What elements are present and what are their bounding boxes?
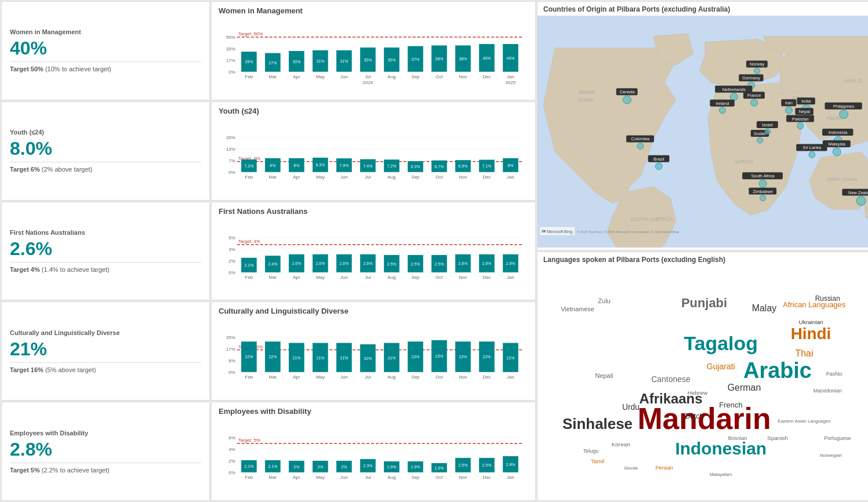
- svg-text:Jul: Jul: [365, 374, 371, 380]
- svg-text:13%: 13%: [226, 147, 235, 152]
- svg-text:Oct: Oct: [435, 74, 443, 79]
- svg-text:France: France: [747, 93, 761, 98]
- svg-text:Oct: Oct: [435, 475, 443, 480]
- word-cloud-word: Zulu: [598, 297, 610, 304]
- svg-point-244: [754, 68, 760, 74]
- svg-text:AFRICA: AFRICA: [733, 159, 753, 165]
- kpi-value-culturally-diverse: 21%: [10, 339, 201, 360]
- svg-text:23%: 23%: [435, 355, 444, 359]
- word-cloud-svg: MandarinArabicTagalogHindiIndonesianSinh…: [537, 266, 868, 498]
- svg-text:Target: 5%: Target: 5%: [238, 438, 260, 443]
- word-cloud-word: Eastern Asian Languages: [778, 419, 831, 424]
- svg-text:7.2%: 7.2%: [387, 164, 397, 168]
- svg-text:2.5%: 2.5%: [411, 261, 420, 265]
- kpi-title-women-mgmt: Women in Management: [10, 28, 201, 35]
- svg-text:25%: 25%: [226, 335, 235, 340]
- word-cloud-content: MandarinArabicTagalogHindiIndonesianSinh…: [537, 266, 868, 498]
- word-cloud-word: Spanish: [767, 435, 788, 441]
- kpi-target-culturally-diverse: Target 16% (5% above target): [10, 362, 201, 373]
- mid-panel: Women in Management 0%17%33%50%Target: 5…: [211, 1, 536, 501]
- svg-text:Mar: Mar: [269, 475, 277, 480]
- kpi-card-culturally-diverse: Culturally and Linguistically Diverse 21…: [1, 301, 210, 401]
- svg-text:37%: 37%: [412, 57, 420, 61]
- chart-card-disability-chart: Employees with Disability 0%2%4%6%Target…: [211, 402, 536, 501]
- svg-text:Jul: Jul: [365, 74, 371, 79]
- svg-point-271: [637, 143, 644, 149]
- word-cloud-word: Tamil: [591, 458, 604, 464]
- svg-text:Jul: Jul: [365, 475, 371, 480]
- word-cloud-word: German: [728, 383, 761, 392]
- svg-text:0%: 0%: [228, 370, 235, 375]
- svg-text:2.4%: 2.4%: [268, 262, 277, 266]
- left-panel: Women in Management 40% Target 50% (10% …: [1, 1, 210, 501]
- svg-text:Colombia: Colombia: [631, 136, 650, 141]
- svg-point-274: [655, 163, 662, 170]
- svg-text:Dec: Dec: [482, 174, 491, 180]
- svg-text:2024: 2024: [363, 80, 373, 85]
- svg-text:0%: 0%: [228, 170, 235, 175]
- svg-text:Jan: Jan: [507, 374, 514, 380]
- map-container: Atlantic Ocean SOUTH AMERICA AFRICA ASIA…: [537, 16, 868, 248]
- svg-text:29%: 29%: [245, 60, 253, 64]
- svg-text:🗺 Microsoft Bing: 🗺 Microsoft Bing: [542, 230, 572, 234]
- svg-text:Sep: Sep: [411, 274, 420, 279]
- kpi-card-women-mgmt: Women in Management 40% Target 50% (10% …: [1, 1, 210, 100]
- svg-text:6.3%: 6.3%: [411, 165, 420, 169]
- word-cloud-word: Mandarin: [637, 402, 771, 435]
- svg-text:7.4%: 7.4%: [364, 164, 373, 168]
- svg-text:2%: 2%: [228, 258, 235, 263]
- svg-text:2%: 2%: [228, 459, 235, 464]
- svg-text:Apr: Apr: [293, 274, 300, 279]
- svg-text:20%: 20%: [364, 357, 372, 361]
- svg-text:Mar: Mar: [269, 374, 277, 380]
- svg-text:Oct: Oct: [435, 274, 443, 279]
- svg-text:50%: 50%: [226, 35, 235, 40]
- svg-text:22%: 22%: [412, 355, 420, 359]
- word-cloud-word: Dutch: [685, 412, 703, 420]
- right-panel: Countries of Origin at Pilbara Ports (ex…: [537, 1, 868, 501]
- word-cloud-word: Persian: [655, 465, 673, 471]
- svg-point-253: [751, 99, 758, 106]
- svg-text:Dec: Dec: [482, 475, 491, 480]
- svg-text:6.9%: 6.9%: [459, 164, 468, 168]
- map-svg: Atlantic Ocean SOUTH AMERICA AFRICA ASIA…: [537, 16, 868, 248]
- svg-text:Aug: Aug: [387, 174, 395, 180]
- word-cloud-word: French: [719, 401, 742, 409]
- svg-text:Oct: Oct: [435, 174, 443, 180]
- svg-text:Arctic C.: Arctic C.: [843, 78, 863, 83]
- word-cloud-word: Portuguese: [825, 435, 851, 441]
- kpi-value-women-mgmt: 40%: [10, 38, 201, 59]
- svg-text:21%: 21%: [316, 356, 324, 360]
- svg-text:35%: 35%: [387, 58, 395, 62]
- svg-text:6%: 6%: [228, 435, 235, 441]
- svg-text:Jan: Jan: [507, 475, 514, 480]
- kpi-target-disability: Target 5% (2.2% to achieve target): [10, 463, 201, 474]
- svg-text:South Africa: South Africa: [751, 173, 775, 179]
- svg-text:Mar: Mar: [269, 274, 277, 279]
- word-cloud-card: Languages spoken at Pilbara Ports (exclu…: [537, 252, 868, 501]
- svg-text:Nov: Nov: [459, 174, 467, 180]
- svg-text:0%: 0%: [228, 270, 235, 275]
- kpi-value-first-nations: 2.6%: [10, 238, 201, 260]
- kpi-title-youth: Youth (≤24): [10, 129, 201, 136]
- word-cloud-word: Malay: [752, 303, 777, 313]
- svg-text:Sep: Sep: [411, 475, 420, 480]
- map-title: Countries of Origin at Pilbara Ports (ex…: [537, 2, 868, 16]
- svg-text:Aug: Aug: [387, 74, 395, 79]
- svg-point-292: [759, 180, 767, 187]
- svg-text:Feb: Feb: [245, 274, 253, 279]
- svg-text:Pakistan: Pakistan: [792, 117, 809, 122]
- chart-area-culturally-diverse-chart: 0%8%17%25%Target: 16%22%Feb22%Mar21%Apr2…: [219, 318, 528, 395]
- chart-title-youth-chart: Youth (≤24): [219, 107, 528, 115]
- svg-text:Jan: Jan: [507, 74, 514, 79]
- svg-point-298: [760, 195, 766, 201]
- svg-text:22%: 22%: [483, 355, 491, 359]
- svg-text:Nov: Nov: [459, 74, 467, 79]
- svg-text:May: May: [316, 174, 325, 180]
- word-cloud-word: Telugu: [583, 448, 598, 454]
- svg-text:SOUTH AMERICA: SOUTH AMERICA: [630, 216, 673, 222]
- chart-card-women-mgmt-chart: Women in Management 0%17%33%50%Target: 5…: [211, 1, 536, 100]
- svg-text:Oct: Oct: [435, 374, 443, 380]
- word-cloud-word: Bosnian: [728, 435, 747, 441]
- svg-text:8%: 8%: [270, 163, 275, 168]
